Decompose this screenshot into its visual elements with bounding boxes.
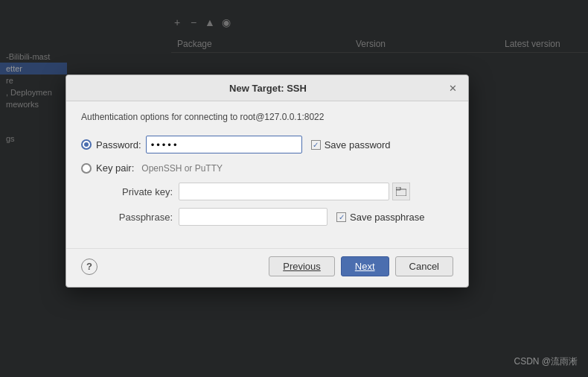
dialog-title: New Target: SSH <box>90 83 446 94</box>
dialog-body: Authentication options for connecting to… <box>66 101 468 244</box>
watermark: CSDN @流雨淅 <box>514 355 578 368</box>
password-row: Password: Save password <box>81 136 453 153</box>
password-input[interactable] <box>146 136 302 153</box>
save-passphrase-label: Save passphrase <box>350 212 424 223</box>
password-label: Password: <box>96 139 141 151</box>
dialog-close-button[interactable]: ✕ <box>446 81 459 95</box>
footer-left: ? <box>81 259 98 275</box>
private-key-row: Private key: <box>81 183 453 200</box>
password-radio[interactable] <box>81 139 92 150</box>
help-button[interactable]: ? <box>81 259 98 275</box>
next-button[interactable]: Next <box>341 256 389 276</box>
keypair-hint: OpenSSH or PuTTY <box>141 163 223 174</box>
save-password-wrap: Save password <box>311 139 391 151</box>
previous-button[interactable]: Previous <box>269 256 335 276</box>
passphrase-row: Passphrase: Save passphrase <box>81 208 453 226</box>
private-key-label: Private key: <box>102 186 173 197</box>
dialog-footer: ? Previous Next Cancel <box>66 248 468 287</box>
keypair-radio[interactable] <box>81 163 92 174</box>
footer-right: Previous Next Cancel <box>269 256 453 276</box>
passphrase-input[interactable] <box>179 208 327 226</box>
dialog-titlebar: New Target: SSH ✕ <box>66 75 468 101</box>
save-password-checkbox[interactable] <box>311 140 321 150</box>
save-passphrase-wrap: Save passphrase <box>336 212 424 223</box>
browse-button[interactable] <box>392 183 410 200</box>
keypair-label: Key pair: <box>96 162 134 174</box>
ssh-dialog: New Target: SSH ✕ Authentication options… <box>65 75 469 288</box>
save-password-label: Save password <box>325 139 391 151</box>
save-passphrase-checkbox[interactable] <box>336 212 346 222</box>
private-key-input[interactable] <box>179 183 389 200</box>
cancel-button[interactable]: Cancel <box>395 256 453 276</box>
dialog-subtitle: Authentication options for connecting to… <box>81 112 453 122</box>
keypair-row: Key pair: OpenSSH or PuTTY <box>81 162 453 174</box>
passphrase-label: Passphrase: <box>102 212 173 223</box>
